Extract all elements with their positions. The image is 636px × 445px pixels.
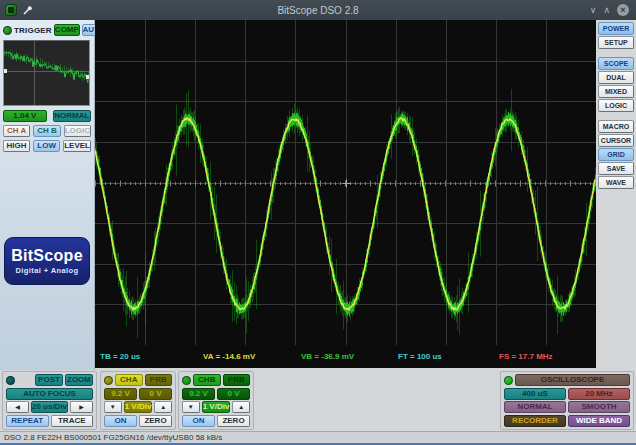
wide-band-button[interactable]: WIDE BAND — [568, 415, 630, 427]
titlebar-left — [0, 4, 120, 16]
bitscope-window: BitScope DSO 2.8 ∨ ∧ × TRIGGER COMP AUTO… — [0, 0, 636, 445]
titlebar: BitScope DSO 2.8 ∨ ∧ × — [0, 0, 636, 20]
channel-b-button[interactable]: CHB — [193, 374, 221, 386]
sidebar-item-setup[interactable]: SETUP — [598, 36, 634, 49]
status-bar: DSO 2.8 FE22H BS000501 FG25GN16 /dev/tty… — [0, 431, 636, 443]
trigger-source-logic-button[interactable]: LOGIC — [64, 125, 91, 137]
trigger-mode-button[interactable]: NORMAL — [53, 110, 91, 122]
logo-title: BitScope — [11, 247, 83, 265]
bandwidth-button[interactable]: 20 MHz — [568, 388, 630, 400]
auto-focus-button[interactable]: AUTO FOCUS — [6, 388, 93, 400]
sidebar-item-dual[interactable]: DUAL — [598, 71, 634, 84]
channel-a-panel: CHA PRB 9.2 V 0 V ▼ 1 V/Div ▲ ON ZERO — [100, 371, 176, 430]
trigger-comp-button[interactable]: COMP — [54, 24, 80, 36]
oscilloscope-led-icon — [504, 376, 513, 385]
channel-b-led-icon — [182, 376, 191, 385]
scope-display[interactable]: TB = 20 us VA = -14.6 mV VB = -36.9 mV F… — [95, 20, 596, 368]
waveform-canvas[interactable] — [95, 20, 596, 345]
channel-b-scale-up-button[interactable]: ▲ — [232, 401, 250, 413]
sidebar-group-tools: MACRO CURSOR GRID SAVE WAVE — [598, 120, 634, 189]
capture-time-button[interactable]: 400 uS — [504, 388, 566, 400]
timebase-led-icon — [6, 376, 15, 385]
channel-b-scale-value[interactable]: 1 V/Div — [202, 401, 231, 413]
timebase-decrement-button[interactable]: ◀ — [6, 401, 29, 413]
trigger-panel: TRIGGER COMP AUTO 1.04 V NORMAL CH A CH … — [0, 20, 95, 370]
pin-icon[interactable] — [22, 5, 33, 16]
trigger-preview[interactable] — [3, 40, 90, 106]
channel-a-probe-button[interactable]: PRB — [145, 374, 173, 386]
channel-a-offset-value[interactable]: 0 V — [139, 388, 172, 400]
trigger-source-chb-button[interactable]: CH B — [33, 125, 60, 137]
minimize-button[interactable]: ∨ — [590, 6, 597, 15]
channel-a-led-icon — [104, 376, 113, 385]
channel-b-on-button[interactable]: ON — [182, 415, 215, 427]
sidebar-item-save[interactable]: SAVE — [598, 162, 634, 175]
window-title: BitScope DSO 2.8 — [120, 5, 516, 16]
trigger-high-button[interactable]: HIGH — [3, 140, 30, 152]
sidebar-item-scope[interactable]: SCOPE — [598, 57, 634, 70]
trace-button[interactable]: TRACE — [51, 415, 94, 427]
readout-timebase: TB = 20 us — [100, 352, 140, 361]
trigger-slope-row: HIGH LOW LEVEL — [3, 140, 91, 152]
channel-a-on-button[interactable]: ON — [104, 415, 137, 427]
timebase-rate-value[interactable]: 20 us/Div — [31, 401, 68, 413]
trigger-led-icon — [3, 26, 12, 35]
sidebar-item-power[interactable]: POWER — [598, 22, 634, 35]
channel-a-scale-down-button[interactable]: ▼ — [104, 401, 122, 413]
zoom-button[interactable]: ZOOM — [65, 374, 93, 386]
trigger-label: TRIGGER — [14, 26, 52, 35]
oscilloscope-mode-panel: OSCILLOSCOPE 400 uS 20 MHz NORMAL SMOOTH… — [500, 371, 634, 430]
sidebar-item-cursor[interactable]: CURSOR — [598, 134, 634, 147]
trigger-low-button[interactable]: LOW — [33, 140, 60, 152]
titlebar-controls: ∨ ∧ × — [516, 4, 636, 16]
channel-b-offset-value[interactable]: 0 V — [217, 388, 250, 400]
trigger-source-cha-button[interactable]: CH A — [3, 125, 30, 137]
sidebar-group-mode: SCOPE DUAL MIXED LOGIC — [598, 57, 634, 112]
channel-a-scale-value[interactable]: 1 V/Div — [124, 401, 153, 413]
post-button[interactable]: POST — [35, 374, 63, 386]
repeat-button[interactable]: REPEAT — [6, 415, 49, 427]
trigger-preview-canvas[interactable] — [4, 41, 89, 105]
close-button[interactable]: × — [617, 4, 629, 16]
sidebar-item-logic[interactable]: LOGIC — [598, 99, 634, 112]
scope-readouts: TB = 20 us VA = -14.6 mV VB = -36.9 mV F… — [95, 345, 596, 368]
oscilloscope-mode-button[interactable]: OSCILLOSCOPE — [515, 374, 630, 386]
display-normal-button[interactable]: NORMAL — [504, 401, 566, 413]
timebase-increment-button[interactable]: ▶ — [70, 401, 93, 413]
channel-b-panel: CHB PRB 9.2 V 0 V ▼ 1 V/Div ▲ ON ZERO — [178, 371, 254, 430]
readout-frame-time: FT = 100 us — [398, 352, 442, 361]
sidebar-item-macro[interactable]: MACRO — [598, 120, 634, 133]
sidebar-item-wave[interactable]: WAVE — [598, 176, 634, 189]
sidebar-item-mixed[interactable]: MIXED — [598, 85, 634, 98]
timebase-panel: POST ZOOM AUTO FOCUS ◀ 20 us/Div ▶ REPEA… — [2, 371, 97, 430]
trigger-source-row: CH A CH B LOGIC — [3, 125, 91, 137]
channel-b-probe-button[interactable]: PRB — [223, 374, 251, 386]
sidebar-item-grid[interactable]: GRID — [598, 148, 634, 161]
channel-a-range-value[interactable]: 9.2 V — [104, 388, 137, 400]
readout-voltage-a: VA = -14.6 mV — [203, 352, 255, 361]
sidebar-group-power: POWER SETUP — [598, 22, 634, 49]
trigger-level-mode-button[interactable]: LEVEL — [63, 140, 91, 152]
bottom-controls: POST ZOOM AUTO FOCUS ◀ 20 us/Div ▶ REPEA… — [0, 371, 636, 431]
recorder-button[interactable]: RECORDER — [504, 415, 566, 427]
logo-tagline: Digital + Analog — [15, 266, 78, 275]
smooth-button[interactable]: SMOOTH — [568, 401, 630, 413]
bitscope-app-icon — [5, 4, 17, 16]
readout-voltage-b: VB = -36.9 mV — [301, 352, 354, 361]
trigger-header: TRIGGER COMP AUTO — [3, 23, 91, 37]
status-text: DSO 2.8 FE22H BS000501 FG25GN16 /dev/tty… — [4, 433, 222, 442]
readout-sample-rate: FS = 17.7 MHz — [499, 352, 553, 361]
maximize-button[interactable]: ∧ — [603, 6, 610, 15]
trigger-level-button[interactable]: 1.04 V — [3, 110, 47, 122]
trigger-level-row: 1.04 V NORMAL — [3, 110, 91, 122]
main-menu-sidebar: POWER SETUP SCOPE DUAL MIXED LOGIC MACRO… — [598, 22, 634, 197]
channel-a-button[interactable]: CHA — [115, 374, 143, 386]
channel-a-zero-button[interactable]: ZERO — [139, 415, 172, 427]
channel-b-zero-button[interactable]: ZERO — [217, 415, 250, 427]
bitscope-logo: BitScope Digital + Analog — [4, 237, 90, 285]
channel-b-scale-down-button[interactable]: ▼ — [182, 401, 200, 413]
channel-b-range-value[interactable]: 9.2 V — [182, 388, 215, 400]
channel-a-scale-up-button[interactable]: ▲ — [154, 401, 172, 413]
